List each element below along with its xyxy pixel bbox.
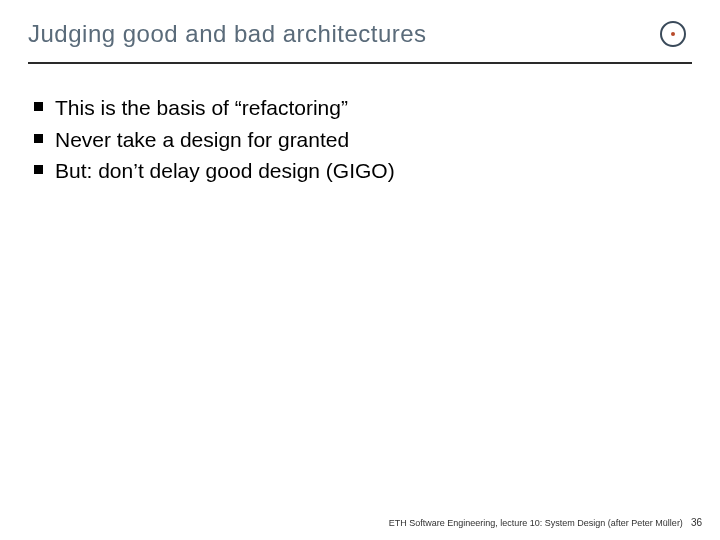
- square-bullet-icon: [34, 165, 43, 174]
- list-item: But: don’t delay good design (GIGO): [34, 155, 692, 187]
- slide: Judging good and bad architectures This …: [0, 0, 720, 540]
- bullet-text: Never take a design for granted: [55, 124, 349, 156]
- list-item: This is the basis of “refactoring”: [34, 92, 692, 124]
- footer-text: ETH Software Engineering, lecture 10: Sy…: [389, 518, 683, 528]
- bullet-list: This is the basis of “refactoring” Never…: [28, 92, 692, 187]
- slide-title: Judging good and bad architectures: [28, 20, 427, 48]
- square-bullet-icon: [34, 134, 43, 143]
- slide-footer: ETH Software Engineering, lecture 10: Sy…: [389, 517, 702, 528]
- page-number: 36: [691, 517, 702, 528]
- slide-header: Judging good and bad architectures: [28, 20, 692, 62]
- list-item: Never take a design for granted: [34, 124, 692, 156]
- square-bullet-icon: [34, 102, 43, 111]
- header-divider: [28, 62, 692, 64]
- eth-circle-icon: [660, 21, 686, 47]
- bullet-text: But: don’t delay good design (GIGO): [55, 155, 395, 187]
- bullet-text: This is the basis of “refactoring”: [55, 92, 348, 124]
